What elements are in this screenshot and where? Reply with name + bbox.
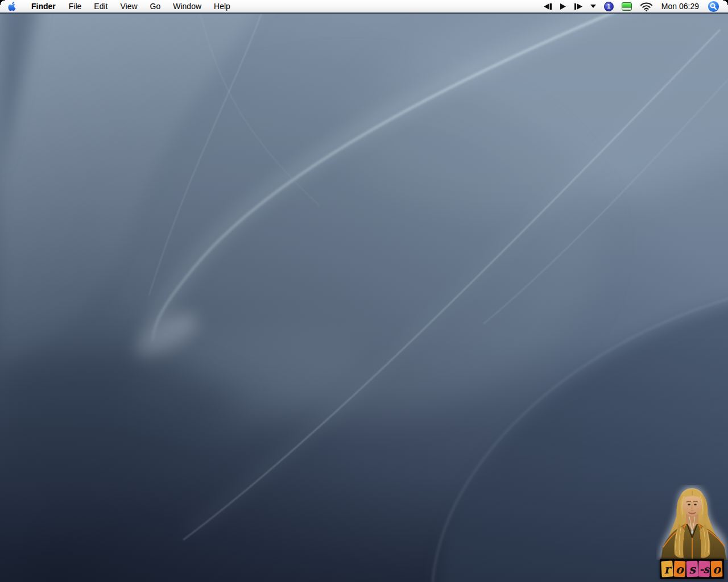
menu-edit-label: Edit	[94, 2, 107, 11]
disk-slot	[622, 7, 631, 10]
spotlight-menu[interactable]	[704, 0, 723, 13]
menu-clock[interactable]: Mon 06:29	[657, 0, 704, 13]
desktop-wallpaper	[0, 0, 728, 582]
menu-finder[interactable]: Finder	[24, 0, 63, 13]
menu-finder-label: Finder	[31, 2, 56, 11]
wifi-menu[interactable]	[636, 0, 657, 13]
rosso-tile: o	[711, 561, 723, 577]
menu-help[interactable]: Help	[208, 0, 237, 13]
screen-corner-top-left	[0, 0, 5, 5]
desktop-screen: Finder File Edit View Go Window Help	[0, 0, 728, 582]
wifi-icon	[640, 2, 653, 11]
spotlight-search-icon	[708, 1, 719, 13]
media-next-button[interactable]	[570, 0, 586, 13]
input-badge-number: 1	[607, 3, 610, 10]
menu-window-label: Window	[173, 2, 201, 11]
previous-track-icon	[544, 3, 552, 10]
menu-bar: Finder File Edit View Go Window Help	[0, 0, 728, 14]
screen-corner-top-right	[723, 0, 728, 5]
apple-logo-icon	[8, 1, 17, 12]
play-icon	[560, 3, 566, 10]
menu-view-label: View	[120, 2, 137, 11]
menu-bar-status: 1 Mon 06:29	[540, 0, 728, 13]
menu-file[interactable]: File	[63, 0, 88, 13]
removable-disk-icon	[622, 2, 632, 11]
input-menu[interactable]: 1	[600, 0, 618, 13]
menu-bar-menus: Finder File Edit View Go Window Help	[0, 0, 237, 13]
rosso-tile: s	[686, 561, 698, 577]
menu-go[interactable]: Go	[144, 0, 167, 13]
rosso-tile: -s	[698, 561, 710, 577]
menu-go-label: Go	[150, 2, 161, 11]
menu-view[interactable]: View	[114, 0, 143, 13]
menu-edit[interactable]: Edit	[88, 0, 114, 13]
disk-menu[interactable]	[618, 0, 636, 13]
rosso-tile: r	[661, 561, 673, 577]
menu-help-label: Help	[214, 2, 230, 11]
input-menu-badge: 1	[604, 2, 614, 11]
menu-window[interactable]: Window	[167, 0, 208, 13]
clock-text: Mon 06:29	[661, 2, 699, 11]
media-previous-button[interactable]	[540, 0, 556, 13]
media-menu-button[interactable]	[586, 0, 600, 13]
rosso-logo: r o s -s o	[660, 559, 724, 579]
portrait-image	[656, 485, 728, 560]
next-track-icon	[574, 3, 582, 10]
dropdown-arrow-icon	[590, 5, 596, 8]
rosso-tile: o	[673, 561, 685, 577]
woman-portrait-graphic	[656, 485, 728, 560]
menu-file-label: File	[69, 2, 82, 11]
media-play-button[interactable]	[556, 0, 570, 13]
